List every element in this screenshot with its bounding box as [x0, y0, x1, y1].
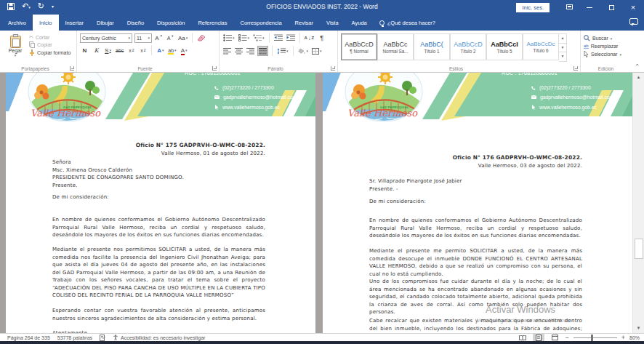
decrease-indent-button[interactable]: [273, 33, 283, 43]
show-marks-button[interactable]: ¶: [317, 33, 326, 43]
increase-indent-button[interactable]: [286, 33, 296, 43]
tab-correspondencia[interactable]: Correspondencia: [233, 15, 288, 31]
tab-revisar[interactable]: Revisar: [289, 15, 320, 31]
numbering-button[interactable]: ▾: [238, 33, 251, 43]
cut-button[interactable]: ✂Cortar: [29, 34, 71, 40]
styles-dialog-launcher[interactable]: [573, 66, 578, 71]
text-effects-button[interactable]: A▾: [156, 45, 165, 55]
paragraph-dialog-launcher[interactable]: [331, 66, 335, 71]
read-mode-button[interactable]: [517, 334, 528, 341]
scroll-down-icon[interactable]: ▼: [633, 324, 644, 333]
style-titulo-5[interactable]: AaBbCcI Título 5: [486, 33, 523, 60]
zoom-slider-thumb[interactable]: [591, 335, 593, 341]
justify-button[interactable]: [257, 46, 268, 56]
italic-button[interactable]: K: [92, 45, 101, 55]
recipient-line: Sr. Villaprado Pinargote José Jabier: [369, 177, 582, 185]
strikethrough-button[interactable]: abc: [115, 45, 124, 55]
zoom-in-button[interactable]: +: [621, 334, 625, 341]
close-button[interactable]: ×: [622, 0, 644, 15]
qat-customize-icon[interactable]: ▾: [52, 4, 54, 9]
tell-me-box[interactable]: ¿Qué desea hacer?: [374, 15, 441, 31]
tab-vista[interactable]: Vista: [320, 15, 345, 31]
shading-button[interactable]: ▾: [297, 46, 310, 56]
grow-font-button[interactable]: A▲: [154, 33, 164, 43]
style-titulo-1[interactable]: AaBbC( Título 1: [414, 33, 450, 60]
bold-button[interactable]: N: [80, 45, 89, 55]
justify-icon: [259, 48, 267, 55]
salutation: De mi consideración:: [52, 193, 265, 201]
clipboard-dialog-launcher[interactable]: [70, 66, 74, 71]
document-page-1[interactable]: RUC : 1768120600001 (02)2773220 / 277330…: [6, 73, 315, 333]
styles-scroll-up[interactable]: ▲: [559, 34, 566, 44]
tab-diseno[interactable]: Diseño: [121, 15, 150, 31]
borders-button[interactable]: ▾: [311, 46, 323, 56]
styles-more[interactable]: ▼: [559, 52, 566, 61]
zoom-slider[interactable]: [573, 337, 617, 338]
web-layout-button[interactable]: [549, 334, 560, 341]
ribbon-display-options-icon[interactable]: [560, 0, 579, 15]
feedback-icon[interactable]: [629, 18, 638, 25]
tab-inicio[interactable]: Inicio: [33, 15, 59, 31]
save-icon[interactable]: [7, 3, 15, 10]
letterhead-brand: Valle Hermoso: [31, 108, 100, 119]
paste-button[interactable]: Pegar ▾: [3, 33, 28, 57]
font-size-combo[interactable]: 11▾: [134, 33, 152, 43]
tab-insertar[interactable]: Insertar: [59, 15, 90, 31]
maximize-button[interactable]: [600, 0, 622, 15]
style-titulo-6[interactable]: AaBbCcDc Título 6: [523, 33, 559, 60]
clipboard-icon: [9, 34, 22, 48]
bullets-button[interactable]: ▾: [222, 33, 236, 43]
style-normal-sa[interactable]: AaBbCc Normal Sa...: [377, 33, 414, 60]
ribbon-tabs: Archivo Inicio Insertar Dibujar Diseño D…: [0, 15, 644, 31]
style-normal[interactable]: AaBbCcD ¶ Normal: [341, 33, 377, 60]
replace-button[interactable]: ab Reemplazar: [584, 44, 634, 49]
style-titulo-2[interactable]: AaBbCcD Título 2: [450, 33, 486, 60]
font-color-button[interactable]: A▾: [180, 45, 189, 55]
tab-disposicion[interactable]: Disposición: [150, 15, 191, 31]
styles-scroll-down[interactable]: ▼: [559, 44, 566, 53]
sign-in-button[interactable]: Inic. ses.: [516, 3, 550, 12]
accessibility-status[interactable]: Accesibilidad: es necesario investigar: [113, 335, 205, 340]
line-spacing-button[interactable]: ▾: [276, 46, 289, 56]
page-indicator[interactable]: Página 264 de 335: [7, 335, 50, 340]
paragraph: Mediante el presente nos permitimos SOLI…: [52, 246, 265, 300]
tab-ayuda[interactable]: Ayuda: [345, 15, 374, 31]
font-dialog-launcher[interactable]: [212, 66, 217, 71]
document-page-2[interactable]: RUC : 1768120600001 (02)2773220 / 277330…: [323, 73, 632, 333]
align-left-icon: [223, 48, 231, 55]
proofing-icon[interactable]: [100, 335, 105, 341]
find-button[interactable]: Buscar▾: [584, 35, 634, 41]
align-left-button[interactable]: [222, 46, 232, 56]
scroll-up-icon[interactable]: ▲: [633, 73, 644, 82]
zoom-level[interactable]: 80%: [629, 335, 640, 340]
undo-icon[interactable]: ↶▾: [22, 1, 31, 11]
clear-formatting-button[interactable]: [196, 33, 206, 43]
sort-button[interactable]: A↓Z: [304, 33, 315, 43]
tab-referencias[interactable]: Referencias: [191, 15, 233, 31]
format-painter-button[interactable]: Copiar formato: [29, 49, 71, 56]
word-count[interactable]: 53778 palabras: [57, 335, 92, 340]
font-name-combo[interactable]: Century Gothic▾: [80, 33, 132, 43]
superscript-button[interactable]: x2: [138, 45, 148, 55]
print-layout-button[interactable]: [533, 334, 544, 341]
redo-icon[interactable]: ↻: [38, 1, 44, 11]
change-case-button[interactable]: Aa▾: [177, 33, 188, 43]
mail-icon: [531, 95, 536, 99]
select-button[interactable]: Seleccionar▾: [584, 51, 634, 57]
subscript-button[interactable]: x2: [126, 45, 136, 55]
collapse-ribbon-icon[interactable]: ⌃: [635, 63, 640, 70]
align-center-button[interactable]: [234, 46, 243, 56]
align-right-button[interactable]: [246, 46, 255, 56]
vertical-scrollbar[interactable]: ▲ ▼: [632, 73, 644, 333]
shrink-font-button[interactable]: A▼: [166, 33, 175, 43]
highlight-button[interactable]: ab▾: [167, 45, 177, 55]
tab-dibujar[interactable]: Dibujar: [90, 15, 121, 31]
tab-archivo[interactable]: Archivo: [1, 15, 33, 31]
zoom-out-button[interactable]: −: [565, 334, 568, 341]
group-portapapeles: Pegar ▾ ✂Cortar Copiar Copiar formato Po…: [0, 31, 77, 72]
copy-button[interactable]: Copiar: [29, 41, 71, 48]
minimize-button[interactable]: [579, 0, 600, 15]
underline-button[interactable]: S▾: [103, 45, 113, 55]
scrollbar-thumb[interactable]: [635, 239, 643, 259]
multilevel-list-button[interactable]: ▾: [252, 33, 265, 43]
